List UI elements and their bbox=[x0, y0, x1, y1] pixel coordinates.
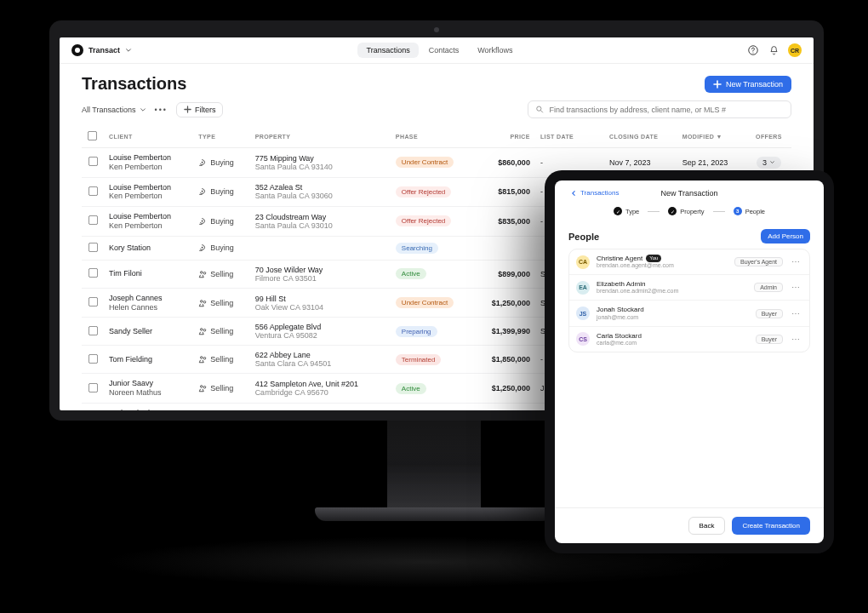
client-cell: Louise PembertonKen Pemberton bbox=[104, 207, 193, 237]
client-cell: Kory Station bbox=[104, 236, 193, 260]
add-person-button[interactable]: Add Person bbox=[761, 229, 810, 243]
client-cell: Tom Fielding bbox=[104, 346, 193, 374]
price-cell: $1,250,000 bbox=[475, 288, 535, 318]
step-current-icon: 3 bbox=[734, 207, 742, 215]
row-checkbox[interactable] bbox=[88, 186, 97, 196]
price-cell: $815,000 bbox=[475, 177, 535, 207]
brand-menu[interactable]: Transact bbox=[71, 44, 132, 56]
person-avatar: CS bbox=[576, 332, 590, 346]
phase-cell: Under Contract bbox=[391, 148, 475, 178]
col-client[interactable]: CLIENT bbox=[104, 125, 193, 148]
row-checkbox[interactable] bbox=[88, 268, 97, 278]
type-cell: Selling bbox=[193, 260, 249, 288]
col-modified[interactable]: MODIFIED ▼ bbox=[677, 125, 746, 148]
person-row[interactable]: CA Christine Agent You brendan.one.agent… bbox=[569, 249, 809, 275]
svg-point-2 bbox=[537, 106, 541, 111]
row-checkbox[interactable] bbox=[88, 215, 97, 225]
help-icon[interactable] bbox=[747, 44, 759, 56]
type-cell: Selling bbox=[193, 346, 249, 374]
section-title: People bbox=[568, 232, 599, 242]
key-icon bbox=[198, 187, 207, 196]
search-input[interactable] bbox=[528, 100, 791, 118]
col-phase[interactable]: PHASE bbox=[391, 125, 475, 148]
person-info: Christine Agent You brendan.one.agent@me… bbox=[597, 255, 728, 269]
property-cell: 775 Mipping WaySanta Paula CA 93140 bbox=[250, 148, 391, 178]
phase-cell: Offer Rejected bbox=[391, 207, 475, 237]
svg-point-3 bbox=[202, 161, 203, 163]
check-icon: ✓ bbox=[668, 207, 677, 215]
price-cell: $860,000 bbox=[475, 148, 535, 178]
client-cell: Cathy OberlanCherise Hamilton bbox=[104, 403, 193, 410]
phase-cell: Active bbox=[391, 260, 475, 288]
svg-point-7 bbox=[201, 271, 203, 273]
property-cell: 23 Cloudstream WaySanta Paula CA 93010 bbox=[250, 207, 391, 237]
price-cell: $1,850,000 bbox=[475, 346, 535, 374]
person-info: Jonah Stockard jonah@me.com bbox=[597, 306, 749, 320]
back-button[interactable]: Back bbox=[688, 517, 726, 535]
person-more-button[interactable]: ⋯ bbox=[790, 309, 802, 318]
plus-icon bbox=[184, 106, 191, 113]
person-row[interactable]: JS Jonah Stockard jonah@me.com Buyer ⋯ bbox=[569, 301, 809, 326]
filter-dropdown[interactable]: All Transactions bbox=[82, 106, 146, 114]
people-list: CA Christine Agent You brendan.one.agent… bbox=[568, 249, 810, 352]
row-checkbox[interactable] bbox=[88, 326, 97, 335]
col-property[interactable]: PROPERTY bbox=[250, 125, 391, 148]
user-avatar[interactable]: CR bbox=[788, 43, 802, 57]
nav-tab-contacts[interactable]: Contacts bbox=[420, 43, 468, 58]
auction-icon bbox=[198, 384, 207, 392]
person-more-button[interactable]: ⋯ bbox=[790, 257, 802, 266]
person-row[interactable]: EA Elizabeth Admin brendan.one.admin2@me… bbox=[569, 275, 809, 301]
auction-icon bbox=[198, 299, 207, 307]
step-people[interactable]: 3 People bbox=[734, 207, 765, 215]
offers-pill[interactable]: 3 bbox=[757, 157, 781, 169]
type-cell: Buying bbox=[193, 207, 249, 237]
person-row[interactable]: CS Carla Stockard carla@me.com Buyer ⋯ bbox=[569, 327, 809, 352]
tablet-page-title: New Transaction bbox=[555, 189, 824, 198]
key-icon bbox=[198, 158, 207, 167]
type-cell: Buying bbox=[193, 236, 249, 260]
row-checkbox[interactable] bbox=[88, 354, 97, 364]
person-role: Admin bbox=[754, 283, 783, 292]
col-offers[interactable]: OFFERS bbox=[746, 125, 791, 148]
property-cell: 556 Applegate BlvdVentura CA 95082 bbox=[250, 318, 391, 346]
create-transaction-button[interactable]: Create Transaction bbox=[732, 517, 810, 535]
filters-button[interactable]: Filters bbox=[176, 102, 224, 117]
svg-point-10 bbox=[201, 357, 203, 359]
svg-point-4 bbox=[202, 191, 203, 192]
person-more-button[interactable]: ⋯ bbox=[790, 283, 802, 292]
page-title: Transactions bbox=[82, 74, 186, 94]
search-field[interactable] bbox=[549, 106, 784, 114]
property-cell: 412 Sampleton Ave, Unit #201Cambridge CA… bbox=[250, 374, 391, 404]
nav-tab-transactions[interactable]: Transactions bbox=[357, 43, 418, 58]
person-avatar: JS bbox=[576, 306, 590, 320]
col-price[interactable]: PRICE bbox=[475, 125, 535, 148]
person-more-button[interactable]: ⋯ bbox=[790, 335, 802, 344]
select-all-checkbox[interactable] bbox=[88, 131, 97, 140]
key-icon bbox=[198, 217, 207, 226]
col-type[interactable]: TYPE bbox=[193, 125, 249, 148]
row-checkbox[interactable] bbox=[88, 383, 97, 392]
client-cell: Joseph CannesHelen Cannes bbox=[104, 288, 193, 318]
top-bar: Transact Transactions Contacts Workflows bbox=[60, 37, 814, 64]
svg-point-9 bbox=[201, 329, 203, 331]
nav-tab-workflows[interactable]: Workflows bbox=[469, 43, 521, 58]
phase-cell: Preparing bbox=[391, 318, 475, 346]
chevron-down-icon bbox=[769, 159, 775, 165]
new-transaction-button[interactable]: New Transaction bbox=[705, 76, 791, 93]
row-checkbox[interactable] bbox=[88, 157, 97, 166]
step-type[interactable]: ✓ Type bbox=[614, 207, 639, 215]
type-cell: Selling bbox=[193, 374, 249, 404]
row-checkbox[interactable] bbox=[88, 243, 97, 252]
auction-icon bbox=[198, 355, 207, 364]
row-checkbox[interactable] bbox=[88, 297, 97, 306]
type-cell: Buying bbox=[193, 403, 249, 410]
col-close[interactable]: CLOSING DATE bbox=[604, 125, 677, 148]
wizard-steps: ✓ Type ✓ Property 3 People bbox=[555, 202, 824, 224]
property-cell: 84 Cherry Lane, Unit 48Sacramento CA 958… bbox=[250, 403, 391, 410]
property-cell: 70 Jose Wilder WayFilmore CA 93501 bbox=[250, 260, 391, 288]
more-actions-button[interactable]: ••• bbox=[155, 106, 168, 114]
bell-icon[interactable] bbox=[768, 44, 779, 56]
phase-cell: Offer Rejected bbox=[391, 177, 475, 207]
step-property[interactable]: ✓ Property bbox=[668, 207, 704, 215]
col-list[interactable]: LIST DATE bbox=[535, 125, 604, 148]
